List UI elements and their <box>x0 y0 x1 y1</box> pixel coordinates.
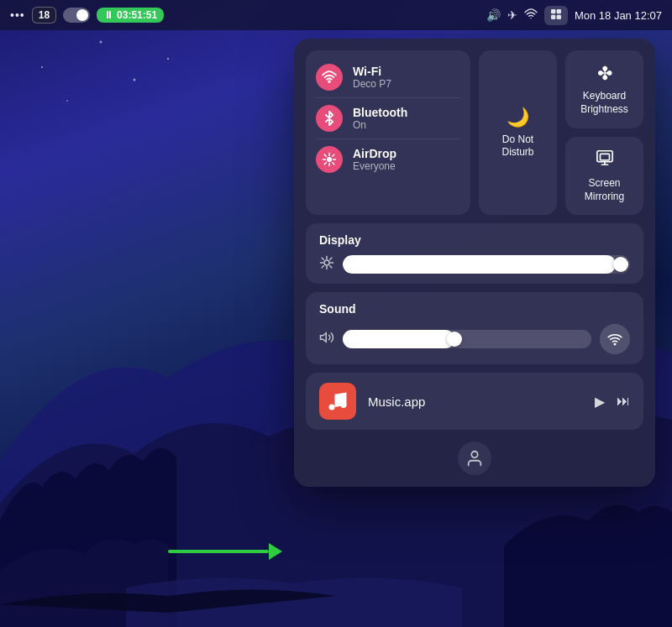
control-center-panel: Wi-Fi Deco P7 Bluetooth On <box>294 39 655 487</box>
svg-point-28 <box>471 452 477 457</box>
svg-line-22 <box>322 266 323 268</box>
bluetooth-tile[interactable]: Bluetooth On <box>316 98 460 139</box>
keyboard-brightness-icon: ✤ <box>597 63 612 85</box>
svg-point-4 <box>134 79 136 81</box>
screen-mirroring-icon <box>596 149 614 172</box>
svg-point-0 <box>41 66 43 68</box>
sound-slider-row <box>319 324 630 354</box>
svg-line-18 <box>322 259 323 260</box>
svg-point-26 <box>329 405 335 410</box>
sound-slider-thumb <box>447 332 462 347</box>
network-tiles: Wi-Fi Deco P7 Bluetooth On <box>306 50 470 215</box>
wifi-title: Wi-Fi <box>353 65 391 78</box>
svg-point-25 <box>614 344 616 346</box>
airdrop-text: AirDrop Everyone <box>353 147 396 172</box>
svg-point-15 <box>324 260 329 265</box>
airdrop-title: AirDrop <box>353 147 396 160</box>
sound-icon <box>319 330 334 348</box>
wifi-icon-circle <box>316 64 343 91</box>
display-label: Display <box>319 233 630 247</box>
profile-button[interactable] <box>458 442 491 475</box>
keyboard-brightness-tile[interactable]: ✤ KeyboardBrightness <box>565 50 643 128</box>
sound-slider-fill <box>343 330 454 348</box>
menubar-datetime: Mon 18 Jan 12:07 <box>575 9 662 22</box>
volume-icon[interactable]: 🔊 <box>486 8 501 22</box>
moon-icon: 🌙 <box>507 107 529 128</box>
brightness-icon <box>319 255 334 274</box>
svg-rect-12 <box>600 154 609 160</box>
svg-line-19 <box>330 266 332 268</box>
sound-label: Sound <box>319 302 630 316</box>
bluetooth-title: Bluetooth <box>353 106 407 119</box>
menubar-right: 🔊 ✈ Mon 18 Jan 12:07 <box>486 6 662 25</box>
menubar-toggle[interactable] <box>63 8 90 23</box>
menubar-badge-18[interactable]: 18 <box>32 7 56 24</box>
wifi-text: Wi-Fi Deco P7 <box>353 65 391 90</box>
sound-slider-track[interactable] <box>343 330 591 348</box>
sound-section: Sound <box>306 292 643 364</box>
control-center-icon[interactable] <box>544 6 568 25</box>
airdrop-icon-circle <box>316 146 343 173</box>
timer-value: 03:51:51 <box>117 9 157 21</box>
keyboard-brightness-label: KeyboardBrightness <box>580 90 628 116</box>
right-tiles: 🌙 Do Not Disturb ✤ KeyboardBrightness <box>479 50 643 215</box>
menubar-left: ••• 18 ⏸ 03:51:51 <box>10 7 164 24</box>
airplay-button[interactable] <box>600 324 630 354</box>
svg-point-2 <box>167 58 169 60</box>
arrow-head <box>269 543 282 560</box>
bluetooth-subtitle: On <box>353 119 407 131</box>
display-section: Display <box>306 223 643 284</box>
display-slider-fill <box>343 255 616 274</box>
green-arrow <box>168 543 282 560</box>
screen-mirroring-label: Screen Mirroring <box>572 177 637 203</box>
svg-point-27 <box>341 403 347 409</box>
display-slider-thumb <box>613 257 628 272</box>
screen-mirroring-tile[interactable]: Screen Mirroring <box>565 137 643 215</box>
menubar: ••• 18 ⏸ 03:51:51 🔊 ✈ Mon 18 Jan 12:07 <box>0 0 672 30</box>
svg-line-23 <box>330 259 332 260</box>
wifi-tile[interactable]: Wi-Fi Deco P7 <box>316 57 460 98</box>
svg-rect-8 <box>557 14 561 18</box>
timer-badge[interactable]: ⏸ 03:51:51 <box>97 8 164 23</box>
svg-point-1 <box>100 41 102 44</box>
svg-point-10 <box>328 158 332 162</box>
svg-marker-24 <box>321 333 327 342</box>
display-slider-track[interactable] <box>343 255 630 274</box>
music-section[interactable]: Music.app ▶ ⏭ <box>306 373 643 430</box>
dnd-label: Do Not Disturb <box>486 133 550 159</box>
svg-rect-6 <box>557 9 561 13</box>
svg-point-3 <box>66 100 68 102</box>
music-app-name: Music.app <box>368 394 583 409</box>
music-controls: ▶ ⏭ <box>595 394 630 410</box>
wifi-subtitle: Deco P7 <box>353 78 391 90</box>
bluetooth-icon-circle <box>316 105 343 132</box>
play-button[interactable]: ▶ <box>595 394 605 410</box>
bottom-bar <box>306 438 643 475</box>
display-slider-row <box>319 255 630 274</box>
airdrop-subtitle: Everyone <box>353 160 396 172</box>
top-grid: Wi-Fi Deco P7 Bluetooth On <box>306 50 643 215</box>
svg-point-9 <box>328 81 330 83</box>
fast-forward-button[interactable]: ⏭ <box>617 394 630 409</box>
do-not-disturb-tile[interactable]: 🌙 Do Not Disturb <box>479 50 557 215</box>
svg-rect-7 <box>551 14 555 18</box>
bluetooth-text: Bluetooth On <box>353 106 407 131</box>
location-icon[interactable]: ✈ <box>507 8 517 22</box>
menubar-dots: ••• <box>10 8 25 22</box>
wifi-icon[interactable] <box>524 8 538 24</box>
airdrop-tile[interactable]: AirDrop Everyone <box>316 139 460 180</box>
svg-rect-5 <box>551 9 555 13</box>
arrow-line <box>168 550 269 553</box>
pause-icon: ⏸ <box>103 9 113 21</box>
music-app-icon <box>319 383 356 420</box>
